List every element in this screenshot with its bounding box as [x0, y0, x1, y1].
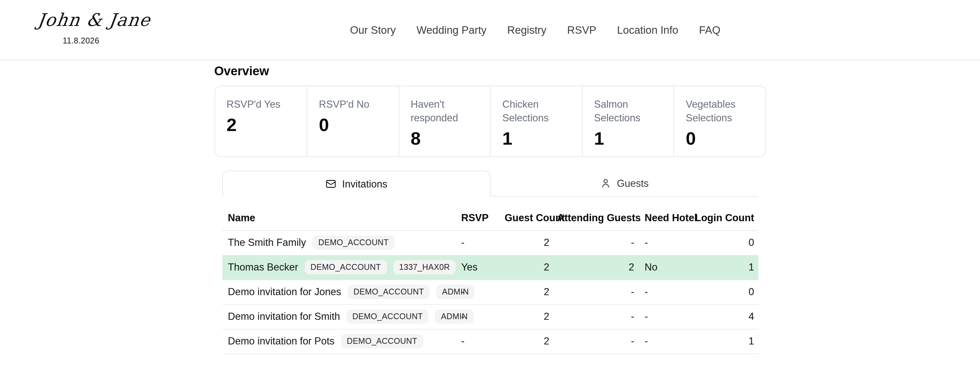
column-header: RSVP — [457, 206, 501, 230]
attending-guests-cell: - — [553, 280, 638, 304]
need-hotel-cell: - — [638, 280, 689, 304]
login-count-cell: 0 — [689, 230, 758, 255]
invitation-name: Demo invitation for Pots — [228, 335, 334, 347]
need-hotel-cell: No — [638, 255, 689, 280]
nav-item-rsvp[interactable]: RSVP — [567, 24, 596, 36]
stat-value: 1 — [502, 128, 573, 149]
guest-count-cell: 2 — [501, 280, 553, 304]
attending-guests-cell: - — [553, 304, 638, 329]
nav-item-registry[interactable]: Registry — [507, 24, 546, 36]
nav-item-faq[interactable]: FAQ — [699, 24, 721, 36]
stat-card: Haven't responded 8 — [398, 86, 490, 156]
person-icon — [600, 178, 611, 189]
badge-demo_account: DEMO_ACCOUNT — [348, 285, 430, 299]
badge-admin: ADMIN — [435, 309, 474, 324]
invitation-name: Demo invitation for Smith — [228, 311, 340, 322]
table-row[interactable]: The Smith Family DEMO_ACCOUNT - 2 - - 0 — [222, 230, 758, 255]
attending-guests-cell: - — [553, 329, 638, 354]
tab-bar: Invitations Guests — [222, 171, 758, 196]
guest-count-cell: 2 — [501, 255, 553, 280]
login-count-cell: 4 — [689, 304, 758, 329]
login-count-cell: 1 — [689, 329, 758, 354]
stat-label: Vegetables Selections — [686, 97, 756, 124]
stat-card: RSVP'd Yes 2 — [215, 86, 307, 156]
stat-card: Chicken Selections 1 — [490, 86, 582, 156]
stat-label: Chicken Selections — [502, 97, 573, 124]
badge-admin: ADMIN — [436, 285, 475, 299]
stat-card: Salmon Selections 1 — [582, 86, 673, 156]
attending-guests-cell: 2 — [553, 255, 638, 280]
stat-value: 0 — [686, 128, 756, 149]
column-header: Guest Count — [501, 206, 553, 230]
column-header: Attending Guests — [553, 206, 638, 230]
brand-names: John & Jane — [36, 6, 126, 34]
nav-item-our-story[interactable]: Our Story — [350, 24, 396, 36]
rsvp-cell: Yes — [457, 255, 501, 280]
tab-invitations[interactable]: Invitations — [222, 171, 491, 196]
column-header: Login Count — [689, 206, 758, 230]
login-count-cell: 0 — [689, 280, 758, 304]
rsvp-cell: - — [457, 304, 501, 329]
badge-demo_account: DEMO_ACCOUNT — [347, 309, 428, 324]
table-row[interactable]: Thomas Becker DEMO_ACCOUNT1337_HAX0R Yes… — [222, 255, 758, 280]
guest-count-cell: 2 — [501, 304, 553, 329]
badge-demo_account: DEMO_ACCOUNT — [305, 260, 387, 274]
rsvp-cell: - — [457, 230, 501, 255]
nav-item-wedding-party[interactable]: Wedding Party — [417, 24, 487, 36]
envelope-icon — [325, 179, 336, 190]
need-hotel-cell: - — [638, 304, 689, 329]
site-header: John & Jane 11.8.2026 Our StoryWedding P… — [0, 0, 980, 61]
stat-card: RSVP'd No 0 — [307, 86, 398, 156]
stat-label: RSVP'd Yes — [226, 97, 298, 111]
attending-guests-cell: - — [553, 230, 638, 255]
tab-guests[interactable]: Guests — [491, 171, 758, 196]
stat-label: RSVP'd No — [319, 97, 389, 111]
stat-label: Haven't responded — [410, 97, 481, 124]
invitation-name: Demo invitation for Jones — [228, 286, 341, 298]
badge-1337_hax0r: 1337_HAX0R — [393, 260, 456, 274]
table-header-row: NameRSVPGuest CountAttending GuestsNeed … — [222, 206, 758, 230]
page-title: Overview — [214, 61, 766, 78]
wedding-date: 11.8.2026 — [38, 36, 124, 45]
brand-logo[interactable]: John & Jane 11.8.2026 — [38, 6, 124, 45]
rsvp-cell: - — [457, 329, 501, 354]
need-hotel-cell: - — [638, 230, 689, 255]
main-nav: Our StoryWedding PartyRegistryRSVPLocati… — [350, 0, 721, 60]
badge-demo_account: DEMO_ACCOUNT — [341, 334, 423, 348]
table-row[interactable]: Demo invitation for Pots DEMO_ACCOUNT - … — [222, 329, 758, 354]
stat-value: 2 — [226, 115, 298, 135]
stat-value: 8 — [410, 128, 481, 149]
stat-label: Salmon Selections — [594, 97, 664, 124]
nav-item-location-info[interactable]: Location Info — [617, 24, 678, 36]
badge-demo_account: DEMO_ACCOUNT — [312, 236, 395, 250]
table-row[interactable]: Demo invitation for Jones DEMO_ACCOUNTAD… — [222, 280, 758, 304]
tab-label: Guests — [617, 177, 649, 189]
stats-cards: RSVP'd Yes 2 RSVP'd No 0 Haven't respond… — [214, 86, 766, 157]
stat-value: 0 — [319, 115, 389, 135]
column-header: Need Hotel — [638, 206, 689, 230]
invitation-name: The Smith Family — [228, 237, 306, 249]
main-content: Overview RSVP'd Yes 2 RSVP'd No 0 Haven'… — [214, 61, 766, 354]
table-row[interactable]: Demo invitation for Smith DEMO_ACCOUNTAD… — [222, 304, 758, 329]
stat-value: 1 — [594, 128, 664, 149]
guest-count-cell: 2 — [501, 329, 553, 354]
invitations-table: NameRSVPGuest CountAttending GuestsNeed … — [222, 206, 758, 354]
rsvp-cell: - — [457, 280, 501, 304]
need-hotel-cell: - — [638, 329, 689, 354]
login-count-cell: 1 — [689, 255, 758, 280]
guest-count-cell: 2 — [501, 230, 553, 255]
column-header: Name — [222, 206, 457, 230]
page: John & Jane 11.8.2026 Our StoryWedding P… — [0, 0, 980, 373]
invitation-name: Thomas Becker — [228, 261, 298, 273]
stat-card: Vegetables Selections 0 — [673, 86, 765, 156]
tab-label: Invitations — [342, 178, 388, 190]
